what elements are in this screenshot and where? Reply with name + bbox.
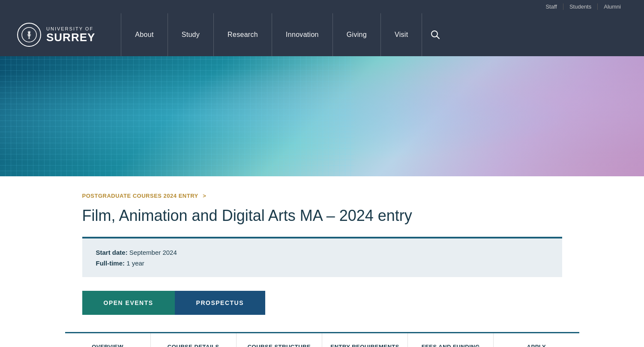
- logo-circle: [17, 23, 41, 47]
- nav-innovation[interactable]: Innovation: [272, 13, 332, 56]
- hero-person: [225, 56, 644, 176]
- content-area: POSTGRADUATE COURSES 2024 ENTRY > Film, …: [65, 192, 579, 347]
- breadcrumb-separator: >: [203, 193, 206, 199]
- hero-image: [0, 56, 644, 176]
- university-of-label: UNIVERSITY OF: [46, 26, 95, 31]
- utility-alumni-link[interactable]: Alumni: [598, 3, 627, 10]
- tab-entry-requirements[interactable]: ENTRY REQUIREMENTS: [322, 333, 408, 347]
- breadcrumb: POSTGRADUATE COURSES 2024 ENTRY >: [82, 192, 562, 199]
- tab-overview[interactable]: OVERVIEW: [65, 333, 151, 347]
- tab-course-details[interactable]: COURSE DETAILS: [151, 333, 237, 347]
- utility-students-link[interactable]: Students: [563, 3, 598, 10]
- breadcrumb-link[interactable]: POSTGRADUATE COURSES 2024 ENTRY: [82, 193, 198, 199]
- nav-research[interactable]: Research: [213, 13, 272, 56]
- tab-fees-funding[interactable]: FEES AND FUNDING: [408, 333, 494, 347]
- nav-visit[interactable]: Visit: [380, 13, 422, 56]
- page-title: Film, Animation and Digital Arts MA – 20…: [82, 206, 562, 225]
- prospectus-button[interactable]: PROSPECTUS: [175, 291, 265, 315]
- tab-apply[interactable]: APPLY: [494, 333, 579, 347]
- cta-buttons: OPEN EVENTS PROSPECTUS: [82, 291, 562, 315]
- course-info-box: Start date: September 2024 Full-time: 1 …: [82, 237, 562, 277]
- main-nav: About Study Research Innovation Giving V…: [121, 13, 627, 56]
- nav-study[interactable]: Study: [168, 13, 213, 56]
- tab-course-structure[interactable]: COURSE STRUCTURE: [237, 333, 322, 347]
- utility-staff-link[interactable]: Staff: [539, 3, 563, 10]
- nav-giving[interactable]: Giving: [332, 13, 380, 56]
- open-events-button[interactable]: OPEN EVENTS: [82, 291, 175, 315]
- main-header: UNIVERSITY OF SURREY About Study Researc…: [0, 13, 644, 56]
- logo-text: UNIVERSITY OF SURREY: [46, 26, 95, 44]
- search-button[interactable]: [422, 13, 449, 56]
- tabs-bar: OVERVIEW COURSE DETAILS COURSE STRUCTURE…: [65, 332, 579, 347]
- surrey-label: SURREY: [46, 31, 95, 44]
- full-time-row: Full-time: 1 year: [96, 259, 548, 267]
- stag-icon: [21, 27, 37, 42]
- hero-grid-overlay: [0, 56, 354, 176]
- svg-line-2: [437, 36, 440, 39]
- utility-bar: Staff Students Alumni: [0, 0, 644, 13]
- logo-link[interactable]: UNIVERSITY OF SURREY: [17, 23, 95, 47]
- nav-about[interactable]: About: [121, 13, 167, 56]
- start-date-row: Start date: September 2024: [96, 249, 548, 256]
- search-icon: [431, 30, 440, 39]
